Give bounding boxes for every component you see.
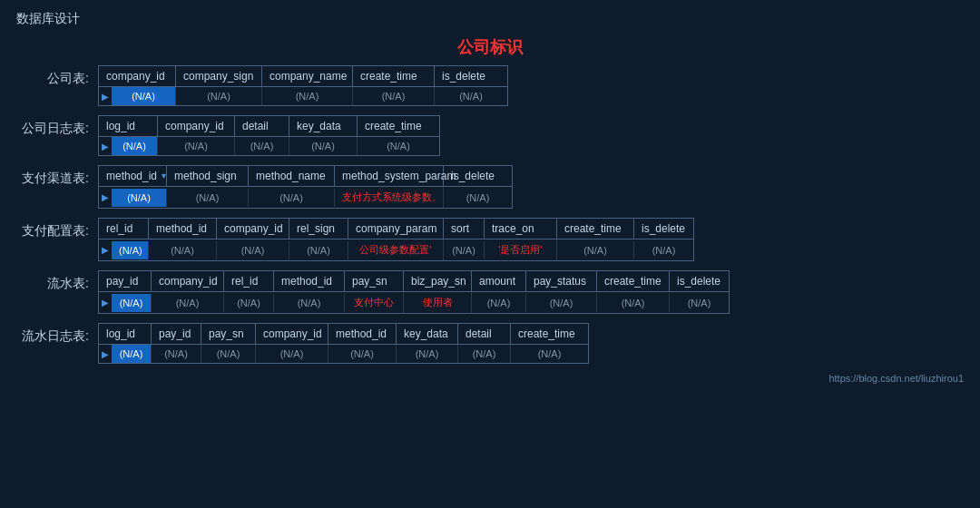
- col-cell-5-3: (N/A): [256, 345, 328, 363]
- col-header-4-7: pay_status: [526, 271, 597, 291]
- col-header-3-0: rel_id: [99, 219, 149, 239]
- col-header-5-7: create_time: [511, 324, 588, 344]
- col-cell-5-2: (N/A): [201, 345, 256, 363]
- col-cell-4-3: (N/A): [274, 294, 345, 312]
- db-table-2: method_id▼method_signmethod_namemethod_s…: [98, 165, 513, 209]
- col-cell-3-1: (N/A): [149, 241, 217, 259]
- col-header-4-2: rel_id: [224, 271, 274, 291]
- col-cell-3-0: (N/A): [112, 241, 149, 259]
- col-header-0-4: is_delete: [435, 66, 507, 86]
- col-header-3-6: trace_on: [485, 219, 557, 239]
- col-header-2-1: method_sign: [167, 166, 249, 186]
- col-header-4-0: pay_id: [99, 271, 152, 291]
- col-cell-4-2: (N/A): [224, 294, 274, 312]
- col-cell-5-0: (N/A): [112, 345, 152, 363]
- col-cell-3-4: 公司级参数配置': [348, 239, 444, 260]
- table-label-1: 公司日志表:: [16, 115, 98, 137]
- col-cell-4-1: (N/A): [152, 294, 224, 312]
- col-header-5-2: pay_sn: [201, 324, 256, 344]
- col-cell-4-5: 使用者: [404, 292, 472, 313]
- col-header-3-1: method_id: [149, 219, 217, 239]
- col-header-4-6: amount: [472, 271, 526, 291]
- col-header-4-1: company_id: [152, 271, 224, 291]
- row-arrow-1: ▶: [99, 138, 112, 155]
- col-cell-4-0: (N/A): [112, 294, 152, 312]
- col-header-3-7: create_time: [557, 219, 634, 239]
- col-cell-3-2: (N/A): [217, 241, 289, 259]
- col-cell-3-3: (N/A): [289, 241, 348, 259]
- db-table-1: log_idcompany_iddetailkey_datacreate_tim…: [98, 115, 440, 156]
- col-cell-1-0: (N/A): [112, 137, 158, 155]
- col-cell-2-3: 支付方式系统级参数,: [335, 187, 444, 208]
- col-header-3-2: company_id: [217, 219, 289, 239]
- col-cell-4-4: 支付中心: [345, 292, 404, 313]
- col-cell-0-3: (N/A): [353, 87, 435, 105]
- table-row-wrapper-0: 公司表:company_idcompany_signcompany_namecr…: [16, 65, 964, 106]
- col-header-0-1: company_sign: [176, 66, 262, 86]
- col-header-5-4: method_id: [328, 324, 397, 344]
- col-header-3-3: rel_sign: [289, 219, 348, 239]
- col-header-3-8: is_delete: [634, 219, 693, 239]
- col-header-5-6: detail: [458, 324, 511, 344]
- db-table-4: pay_idcompany_idrel_idmethod_idpay_snbiz…: [98, 270, 730, 314]
- col-header-3-4: company_param: [348, 219, 444, 239]
- col-cell-0-4: (N/A): [435, 87, 507, 105]
- table-row-wrapper-2: 支付渠道表:method_id▼method_signmethod_nameme…: [16, 165, 964, 209]
- table-row-wrapper-3: 支付配置表:rel_idmethod_idcompany_idrel_signc…: [16, 218, 964, 261]
- row-arrow-5: ▶: [99, 346, 112, 363]
- row-arrow-4: ▶: [99, 294, 112, 311]
- col-header-2-2: method_name: [249, 166, 335, 186]
- table-row-wrapper-4: 流水表:pay_idcompany_idrel_idmethod_idpay_s…: [16, 270, 964, 314]
- row-arrow-2: ▶: [99, 189, 112, 206]
- table-label-4: 流水表:: [16, 270, 98, 292]
- table-row-wrapper-1: 公司日志表:log_idcompany_iddetailkey_datacrea…: [16, 115, 964, 156]
- col-header-4-9: is_delete: [670, 271, 729, 291]
- col-cell-0-1: (N/A): [176, 87, 262, 105]
- col-header-4-8: create_time: [597, 271, 670, 291]
- col-header-1-0: log_id: [99, 116, 158, 136]
- col-cell-3-7: (N/A): [557, 241, 634, 259]
- col-cell-2-4: (N/A): [444, 189, 512, 207]
- col-cell-0-2: (N/A): [262, 87, 353, 105]
- col-cell-2-0: (N/A): [112, 189, 167, 207]
- col-cell-0-0: (N/A): [112, 87, 176, 105]
- col-header-0-3: create_time: [353, 66, 435, 86]
- col-cell-5-7: (N/A): [511, 345, 588, 363]
- col-header-2-0: method_id▼: [99, 166, 167, 186]
- db-table-3: rel_idmethod_idcompany_idrel_signcompany…: [98, 218, 694, 261]
- col-header-4-4: pay_sn: [345, 271, 404, 291]
- footer-url: https://blog.csdn.net/liuzhirou1: [16, 373, 964, 384]
- col-cell-2-1: (N/A): [167, 189, 249, 207]
- col-header-5-1: pay_id: [152, 324, 201, 344]
- page-title: 数据库设计: [16, 11, 964, 27]
- col-header-3-5: sort: [444, 219, 485, 239]
- col-cell-5-1: (N/A): [152, 345, 201, 363]
- col-header-5-3: company_id: [256, 324, 328, 344]
- row-arrow-3: ▶: [99, 241, 112, 259]
- col-header-1-4: create_time: [358, 116, 439, 136]
- col-cell-5-4: (N/A): [328, 345, 397, 363]
- col-cell-4-9: (N/A): [670, 294, 729, 312]
- col-header-2-3: method_system_param: [335, 166, 444, 186]
- col-cell-3-5: (N/A): [444, 241, 485, 259]
- col-cell-1-1: (N/A): [158, 137, 235, 155]
- db-table-5: log_idpay_idpay_sncompany_idmethod_idkey…: [98, 323, 589, 364]
- col-header-2-4: is_delete: [444, 166, 512, 186]
- col-header-1-1: company_id: [158, 116, 235, 136]
- center-label: 公司标识: [16, 36, 964, 58]
- table-row-wrapper-5: 流水日志表:log_idpay_idpay_sncompany_idmethod…: [16, 323, 964, 364]
- col-cell-4-8: (N/A): [597, 294, 670, 312]
- table-label-5: 流水日志表:: [16, 323, 98, 345]
- col-cell-4-6: (N/A): [472, 294, 526, 312]
- table-label-0: 公司表:: [16, 65, 98, 87]
- row-arrow-0: ▶: [99, 88, 112, 105]
- col-header-0-2: company_name: [262, 66, 353, 86]
- col-cell-5-5: (N/A): [397, 345, 458, 363]
- col-cell-1-3: (N/A): [289, 137, 358, 155]
- col-header-4-5: biz_pay_sn: [404, 271, 472, 291]
- col-header-0-0: company_id: [99, 66, 176, 86]
- col-header-1-2: detail: [235, 116, 289, 136]
- col-cell-3-8: (N/A): [634, 241, 693, 259]
- col-cell-2-2: (N/A): [249, 189, 335, 207]
- col-cell-3-6: '是否启用': [485, 239, 557, 260]
